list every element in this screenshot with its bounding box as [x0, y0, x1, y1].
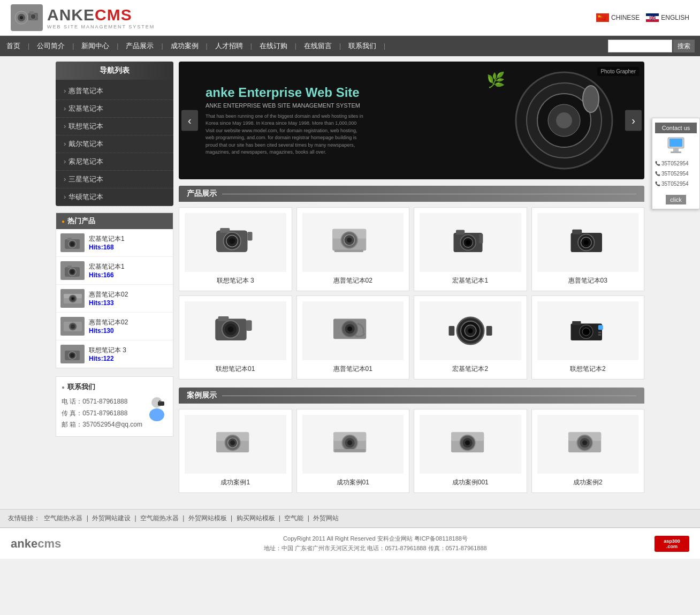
banner-prev-button[interactable]: ‹	[181, 110, 198, 131]
nav-products[interactable]: 产品展示	[119, 36, 160, 56]
svg-rect-13	[67, 265, 72, 268]
footer-link-3[interactable]: 外贸网站模板	[188, 514, 227, 522]
nav-cases[interactable]: 成功案例	[164, 36, 205, 56]
svg-rect-103	[669, 139, 682, 147]
svg-point-67	[347, 327, 352, 331]
contact-float-title: Contact us	[655, 123, 697, 133]
contact-float-click[interactable]: click	[655, 192, 697, 204]
nav-about[interactable]: 公司简介	[31, 36, 71, 56]
svg-point-39	[229, 238, 235, 244]
sidebar-nav-item-4[interactable]: 索尼笔记本	[56, 153, 173, 171]
hot-product-1[interactable]: 宏基笔记本1 Hits:166	[56, 257, 173, 285]
contact-float-num-1: 📞35T052954	[655, 169, 697, 179]
contact-title: 联系我们	[62, 382, 168, 392]
nav-recruit[interactable]: 人才招聘	[209, 36, 249, 56]
footer-link-6[interactable]: 外贸网站	[313, 514, 339, 522]
sidebar-nav-item-3[interactable]: 戴尔笔记本	[56, 135, 173, 153]
contact-info: 电 话：0571-87961888 传 真：0571-87961888 邮 箱：…	[62, 396, 142, 431]
sidebar-nav-item-0[interactable]: 惠普笔记本	[56, 82, 173, 100]
logo-subtitle: WEB SITE MANAGEMENT SYSTEM	[47, 24, 155, 29]
lang-chinese[interactable]: 🇨🇳 CHINESE	[596, 13, 640, 22]
product-card-4[interactable]: 联想笔记本01	[179, 295, 292, 379]
product-card-3[interactable]: 惠普笔记本03	[531, 207, 645, 291]
case-card-3[interactable]: 成功案例2	[531, 409, 645, 493]
svg-rect-36	[220, 228, 230, 233]
product-section-title: 产品展示	[179, 186, 644, 202]
hot-product-img-2	[60, 289, 85, 308]
nav-home[interactable]: 首页	[0, 36, 27, 56]
sidebar-nav-item-5[interactable]: 三星笔记本	[56, 171, 173, 188]
footer-links-label: 友情链接：	[8, 514, 40, 522]
product-card-2[interactable]: 宏基笔记本1	[414, 207, 527, 291]
case-grid: 成功案例1 成功案例01	[179, 409, 644, 493]
hot-product-hits-1: Hits:166	[89, 271, 125, 279]
nav-order[interactable]: 在线订购	[253, 36, 294, 56]
nav-message[interactable]: 在线留言	[298, 36, 338, 56]
footer-link-2[interactable]: 空气能热水器	[140, 514, 179, 522]
svg-rect-75	[572, 321, 581, 325]
hot-product-3[interactable]: 惠普笔记本02 Hits:130	[56, 313, 173, 340]
case-card-2[interactable]: 成功案例001	[414, 409, 527, 493]
hot-product-name-1: 宏基笔记本1	[89, 262, 125, 271]
hot-product-hits-4: Hits:122	[89, 355, 126, 362]
banner-next-button[interactable]: ›	[625, 110, 642, 131]
product-img-4	[185, 301, 286, 360]
hot-product-0[interactable]: 宏基笔记本1 Hits:168	[56, 229, 173, 257]
nav-news[interactable]: 新闻中心	[75, 36, 116, 56]
hot-product-name-3: 惠普笔记本02	[89, 318, 128, 327]
nav-search: 搜索	[608, 40, 700, 52]
svg-point-12	[70, 270, 74, 274]
product-img-6	[420, 301, 521, 360]
main-wrapper: 导航列表 惠普笔记本 宏基笔记本 联想笔记本 戴尔笔记本 索尼笔记本 三星笔记本…	[56, 56, 644, 506]
banner-title: anke Enterprise Web Site	[206, 85, 366, 100]
case-name-1: 成功案例01	[302, 478, 404, 487]
hot-product-4[interactable]: 联想笔记本 3 Hits:122	[56, 340, 173, 368]
footer-logo: ankecms	[11, 537, 61, 551]
footer-link-0[interactable]: 空气能热水器	[44, 514, 82, 522]
svg-rect-46	[334, 250, 363, 253]
svg-point-45	[347, 238, 352, 242]
case-img-0	[185, 415, 286, 474]
contact-float-num-0: 📞35T052954	[655, 158, 697, 169]
sidebar-nav-title: 导航列表	[56, 62, 173, 80]
hot-products-title: 热门产品	[56, 213, 173, 229]
contact-box: 联系我们 电 话：0571-87961888 传 真：0571-87961888…	[56, 376, 173, 437]
product-img-5	[302, 301, 404, 360]
case-name-3: 成功案例2	[537, 478, 639, 487]
sidebar-nav-item-2[interactable]: 联想笔记本	[56, 118, 173, 135]
sidebar-nav-item-1[interactable]: 宏基笔记本	[56, 100, 173, 118]
product-name-3: 惠普笔记本03	[537, 276, 639, 285]
svg-rect-40	[247, 232, 252, 240]
svg-rect-48	[456, 230, 465, 235]
footer-link-5[interactable]: 空气能	[284, 514, 303, 522]
footer-link-1[interactable]: 外贸网站建设	[92, 514, 131, 522]
product-card-1[interactable]: 惠普笔记本02	[296, 207, 410, 291]
case-card-1[interactable]: 成功案例01	[296, 409, 410, 493]
svg-rect-28	[159, 400, 161, 403]
hot-product-2[interactable]: 惠普笔记本02 Hits:133	[56, 285, 173, 313]
svg-rect-79	[598, 332, 601, 333]
nav-contact[interactable]: 联系我们	[342, 36, 383, 56]
svg-rect-91	[334, 449, 366, 452]
product-card-6[interactable]: 宏基笔记本2	[414, 295, 527, 379]
product-card-7[interactable]: 联想笔记本2	[531, 295, 645, 379]
footer-links: 友情链接： 空气能热水器 | 外贸网站建设 | 空气能热水器 | 外贸网站模板 …	[0, 509, 700, 528]
svg-rect-78	[598, 325, 603, 330]
product-card-5[interactable]: 惠普笔记本01	[296, 295, 410, 379]
lang-english[interactable]: 🇬🇧 ENGLISH	[646, 13, 689, 22]
search-button[interactable]: 搜索	[673, 40, 695, 52]
footer-info: CopyRight 2011 All Right Reserved 安科企业网站…	[96, 535, 655, 552]
footer-link-4[interactable]: 购买网站模板	[237, 514, 275, 522]
banner-subtitle: ANKE ENTERPRISE WEB SITE MANAGEMENT SYST…	[206, 102, 366, 109]
footer-logo-area: ankecms	[11, 537, 96, 551]
search-input[interactable]	[608, 40, 672, 52]
lang-chinese-label: CHINESE	[611, 14, 640, 21]
contact-float-num-2: 📞35T052954	[655, 179, 697, 189]
product-card-0[interactable]: 联想笔记本 3	[179, 207, 292, 291]
sidebar-nav: 导航列表 惠普笔记本 宏基笔记本 联想笔记本 戴尔笔记本 索尼笔记本 三星笔记本…	[56, 62, 173, 206]
case-card-0[interactable]: 成功案例1	[179, 409, 292, 493]
banner-text: anke Enterprise Web Site ANKE ENTERPRISE…	[206, 85, 366, 156]
case-img-3	[537, 415, 639, 474]
sidebar-nav-item-6[interactable]: 华硕笔记本	[56, 188, 173, 206]
svg-rect-9	[67, 238, 72, 240]
